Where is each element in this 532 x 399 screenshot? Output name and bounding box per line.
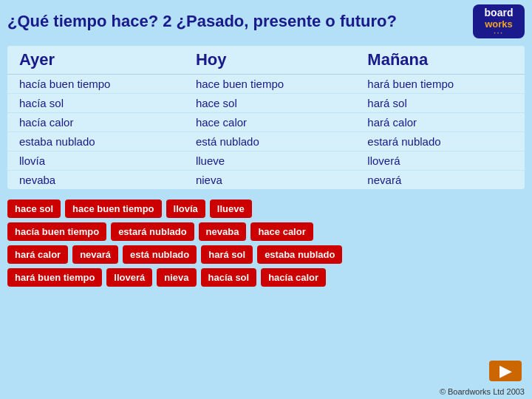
btn-row3-3[interactable]: hará sol xyxy=(201,245,253,264)
table-row: nevabanievanevará xyxy=(7,171,525,190)
table-cell-r4-c1: llueve xyxy=(184,151,355,171)
table-cell-r2-c0: hacía calor xyxy=(7,113,184,132)
next-arrow[interactable] xyxy=(489,361,522,381)
table-cell-r2-c1: hace calor xyxy=(184,113,355,132)
col-header-hoy: Hoy xyxy=(184,46,355,75)
table-cell-r3-c0: estaba nublado xyxy=(7,132,184,151)
btn-row3-0[interactable]: hará calor xyxy=(7,245,68,264)
table-cell-r0-c0: hacía buen tiempo xyxy=(7,75,184,94)
table-cell-r0-c1: hace buen tiempo xyxy=(184,75,355,94)
table-row: hacía solhace solhará sol xyxy=(7,94,525,113)
table-row: llovíalluevelloverá xyxy=(7,151,525,171)
table-cell-r1-c0: hacía sol xyxy=(7,94,184,113)
table-cell-r3-c1: está nublado xyxy=(184,132,355,151)
btn-row3-4[interactable]: estaba nublado xyxy=(257,245,342,264)
btn-row4-4[interactable]: hacía calor xyxy=(261,268,326,287)
table-row: hacía calorhace calorhará calor xyxy=(7,113,525,132)
table-row: hacía buen tiempohace buen tiempohará bu… xyxy=(7,75,525,94)
page-title: ¿Qué tiempo hace? 2 ¿Pasado, presente o … xyxy=(7,12,473,31)
table-cell-r0-c2: hará buen tiempo xyxy=(355,75,525,94)
table-cell-r1-c1: hace sol xyxy=(184,94,355,113)
btn-row3-2[interactable]: está nublado xyxy=(123,245,197,264)
copyright: © Boardworks Ltd 2003 xyxy=(440,387,525,396)
btn-row4-0[interactable]: hará buen tiempo xyxy=(7,268,102,287)
conjugation-table: Ayer Hoy Mañana hacía buen tiempohace bu… xyxy=(7,46,525,189)
table-cell-r4-c2: lloverá xyxy=(355,151,525,171)
table-cell-r4-c0: llovía xyxy=(7,151,184,171)
btn-row2-2[interactable]: nevaba xyxy=(199,222,247,241)
btn-row2-1[interactable]: estará nublado xyxy=(111,222,194,241)
table-cell-r3-c2: estará nublado xyxy=(355,132,525,151)
btn-row-1: hace solhace buen tiempollovíallueve xyxy=(7,200,525,218)
logo-dots: ··· xyxy=(494,30,504,37)
logo: board works ··· xyxy=(473,4,525,38)
col-header-manana: Mañana xyxy=(355,46,525,75)
logo-board: board xyxy=(485,7,514,18)
header: ¿Qué tiempo hace? 2 ¿Pasado, presente o … xyxy=(0,0,532,43)
logo-works: works xyxy=(485,18,513,30)
btn-row-3: hará calornevaráestá nubladohará solesta… xyxy=(7,245,525,264)
btn-row2-3[interactable]: hace calor xyxy=(250,222,313,241)
btn-row4-1[interactable]: lloverá xyxy=(106,268,152,287)
col-header-ayer: Ayer xyxy=(7,46,184,75)
buttons-area: hace solhace buen tiempollovíallueve hac… xyxy=(0,192,532,290)
table-cell-r5-c2: nevará xyxy=(355,171,525,190)
btn-row1-0[interactable]: hace sol xyxy=(7,200,61,218)
btn-row2-0[interactable]: hacía buen tiempo xyxy=(7,222,106,241)
btn-row-2: hacía buen tiempoestará nubladonevabahac… xyxy=(7,222,525,241)
table-cell-r2-c2: hará calor xyxy=(355,113,525,132)
btn-row1-1[interactable]: hace buen tiempo xyxy=(65,200,162,218)
table-cell-r1-c2: hará sol xyxy=(355,94,525,113)
table-cell-r5-c0: nevaba xyxy=(7,171,184,190)
btn-row1-2[interactable]: llovía xyxy=(166,200,205,218)
btn-row1-3[interactable]: llueve xyxy=(210,200,252,218)
table-cell-r5-c1: nieva xyxy=(184,171,355,190)
btn-row4-3[interactable]: hacía sol xyxy=(201,268,257,287)
btn-row3-1[interactable]: nevará xyxy=(72,245,118,264)
table-row: estaba nubladoestá nubladoestará nublado xyxy=(7,132,525,151)
btn-row4-2[interactable]: nieva xyxy=(157,268,196,287)
btn-row-4: hará buen tiempolloveránievahacía solhac… xyxy=(7,268,525,287)
